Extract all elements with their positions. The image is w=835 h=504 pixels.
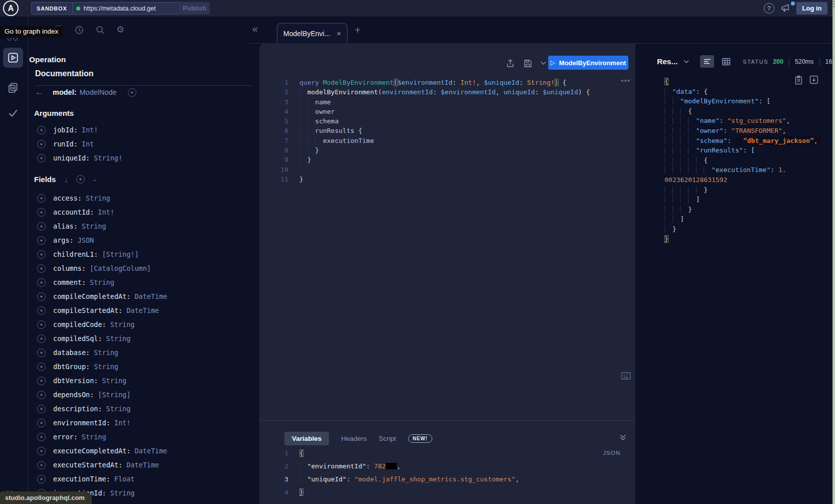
tab-variables[interactable]: Variables xyxy=(284,432,329,445)
code-line[interactable]: 3 name xyxy=(259,97,590,107)
query-editor[interactable]: 1query ModelByEnvironment($environmentId… xyxy=(259,78,590,184)
code-line[interactable]: 9 } xyxy=(259,155,590,164)
add-field-icon[interactable]: + xyxy=(37,208,46,217)
field-type[interactable]: DateTime xyxy=(134,447,167,455)
collapse-sidebar-icon[interactable]: « xyxy=(252,23,258,35)
sort-fields-icon[interactable]: ↓ xyxy=(64,175,68,184)
field-type[interactable]: [String!] xyxy=(102,250,138,258)
code-line[interactable]: 1query ModelByEnvironment($environmentId… xyxy=(259,78,590,87)
add-field-icon[interactable]: + xyxy=(37,264,46,273)
response-dropdown-chevron-icon[interactable] xyxy=(684,60,689,64)
field-name[interactable]: dbtVersion: xyxy=(53,377,98,385)
add-field-icon[interactable]: + xyxy=(37,433,46,441)
variables-editor[interactable]: 1{2 "environmentId": 782,3 "uniqueId": "… xyxy=(259,447,519,499)
add-field-icon[interactable]: + xyxy=(37,320,46,329)
endpoint-url-input[interactable]: https://metadata.cloud.get ⚙ xyxy=(73,2,190,15)
add-field-icon[interactable]: + xyxy=(37,236,46,245)
field-type[interactable]: String xyxy=(82,433,106,441)
add-fields-icon[interactable]: + xyxy=(76,175,85,184)
field-name[interactable]: environmentId: xyxy=(53,419,110,427)
code-line[interactable]: { xyxy=(664,155,821,165)
tab-modelbyenvironment[interactable]: ModelByEnvi... × xyxy=(277,23,348,43)
add-field-icon[interactable]: + xyxy=(37,391,46,399)
apollo-logo-icon[interactable]: A xyxy=(3,1,19,16)
field-type[interactable]: String xyxy=(94,349,118,357)
add-field-icon[interactable]: + xyxy=(37,126,46,134)
field-name[interactable]: childrenL1: xyxy=(53,250,98,258)
add-field-icon[interactable]: + xyxy=(37,461,46,469)
response-title[interactable]: Res... xyxy=(657,57,678,66)
code-line[interactable]: 2 modelByEnvironment(environmentId: $env… xyxy=(259,87,590,97)
code-line[interactable]: 7 executionTime xyxy=(259,136,590,145)
code-line[interactable]: "schema": “dbt_mary_jackson”, xyxy=(664,136,821,146)
doc-field-type[interactable]: ModelNode xyxy=(80,88,117,96)
field-type[interactable]: String xyxy=(94,363,118,371)
response-json-viewer[interactable]: { "data": { "modelByEnvironment": [ { "n… xyxy=(664,77,821,244)
field-type[interactable]: String xyxy=(106,405,131,413)
code-line[interactable]: 2 "environmentId": 782, xyxy=(259,460,519,473)
add-field-icon[interactable]: + xyxy=(37,377,46,385)
settings-gear-icon[interactable]: ⚙ xyxy=(116,25,124,35)
code-line[interactable]: } xyxy=(664,185,821,195)
login-button[interactable]: Log in xyxy=(796,2,827,15)
code-line[interactable]: "name": "stg_customers", xyxy=(664,116,821,126)
field-type[interactable]: String xyxy=(90,278,114,286)
code-line[interactable]: 1{ xyxy=(259,447,519,460)
field-type[interactable]: Int! xyxy=(82,126,98,134)
field-type[interactable]: DateTime xyxy=(126,461,159,469)
code-line[interactable]: 6 runResults { xyxy=(259,126,590,135)
collapse-panel-icon[interactable] xyxy=(619,434,626,441)
code-line[interactable]: "owner": "TRANSFORMER", xyxy=(664,126,821,136)
add-field-icon[interactable]: + xyxy=(37,405,46,413)
close-tab-icon[interactable]: × xyxy=(337,29,341,38)
new-tab-icon[interactable]: + xyxy=(355,24,361,36)
field-type[interactable]: String! xyxy=(94,154,122,162)
sandbox-badge[interactable]: SANDBOX xyxy=(31,2,73,15)
code-line[interactable]: { xyxy=(664,106,821,116)
field-name[interactable]: error: xyxy=(53,433,78,441)
field-type[interactable]: String xyxy=(82,222,106,230)
code-line[interactable]: "runResults": [ xyxy=(664,145,821,155)
code-line[interactable]: { xyxy=(664,77,821,87)
add-field-icon[interactable]: + xyxy=(37,140,46,148)
save-icon[interactable] xyxy=(523,59,533,68)
graph-selector[interactable]: SANDBOX https://metadata.cloud.get ⚙ xyxy=(31,2,190,15)
add-field-icon[interactable]: + xyxy=(37,194,46,203)
code-line[interactable]: "executionTime": 1. xyxy=(664,165,821,175)
field-type[interactable]: Int! xyxy=(98,208,114,216)
schema-nav-icon[interactable] xyxy=(3,78,23,98)
code-line[interactable]: } xyxy=(664,224,821,234)
search-icon[interactable] xyxy=(95,25,105,35)
code-line[interactable]: } xyxy=(664,234,821,244)
field-name[interactable]: compiledSql: xyxy=(53,334,102,343)
field-name[interactable]: columns: xyxy=(53,264,86,272)
add-field-icon[interactable]: + xyxy=(37,475,46,483)
field-type[interactable]: JSON xyxy=(78,236,94,244)
field-name[interactable]: executionTime: xyxy=(53,475,110,483)
announcements-icon[interactable] xyxy=(780,3,790,13)
field-type[interactable]: String xyxy=(106,334,131,343)
add-field-icon[interactable]: + xyxy=(37,250,46,259)
field-type[interactable]: DateTime xyxy=(134,292,167,300)
table-view-toggle-icon[interactable] xyxy=(722,58,731,66)
field-name[interactable]: compileStartedAt: xyxy=(53,306,122,314)
history-icon[interactable] xyxy=(74,25,84,35)
field-type[interactable]: String xyxy=(110,320,135,328)
code-line[interactable]: 8 } xyxy=(259,145,590,155)
add-field-icon[interactable]: + xyxy=(37,222,46,231)
add-field-icon[interactable]: + xyxy=(37,292,46,301)
code-line[interactable]: "data": { xyxy=(664,87,821,97)
editor-more-options-icon[interactable]: ••• xyxy=(621,76,630,85)
field-type[interactable]: String xyxy=(102,377,126,385)
add-field-icon[interactable]: + xyxy=(37,334,46,343)
field-name[interactable]: executeStartedAt: xyxy=(53,461,122,469)
publish-button[interactable]: Publish xyxy=(180,2,210,15)
field-name[interactable]: access: xyxy=(53,194,82,202)
code-line[interactable]: 11} xyxy=(259,175,590,184)
share-icon[interactable] xyxy=(506,58,515,68)
code-line[interactable]: 0023620128631592 xyxy=(664,175,821,185)
code-line[interactable]: 4} xyxy=(259,486,519,499)
field-name[interactable]: database: xyxy=(53,349,90,357)
field-type[interactable]: Float xyxy=(114,475,135,483)
chevron-down-icon[interactable]: ⌄ xyxy=(93,176,97,183)
